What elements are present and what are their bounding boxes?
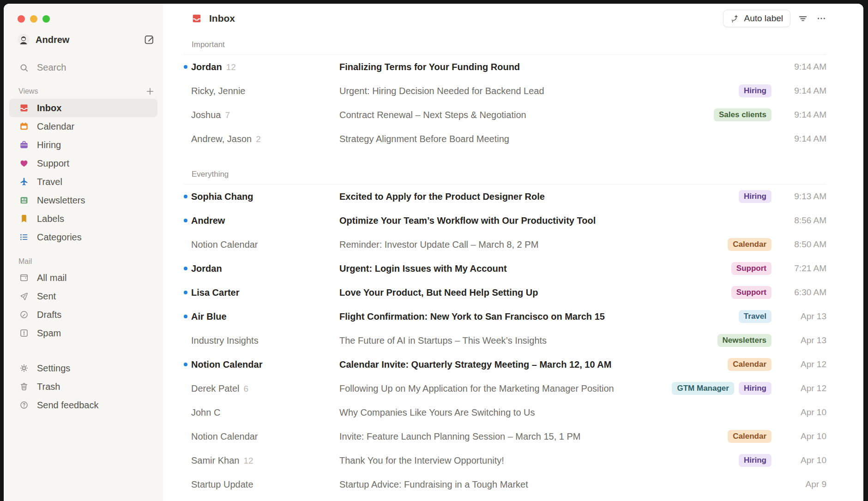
sidebar-item-spam[interactable]: Spam [9, 324, 157, 342]
email-row[interactable]: Jordan12Finalizing Terms for Your Fundin… [184, 55, 826, 79]
email-sender: Lisa Carter [191, 287, 240, 298]
sidebar-item-drafts[interactable]: Drafts [9, 305, 157, 324]
tag-travel[interactable]: Travel [739, 310, 772, 323]
compose-icon[interactable] [144, 34, 155, 45]
email-row[interactable]: Notion CalendarInvite: Feature Launch Pl… [184, 424, 826, 448]
sidebar-item-label: Labels [37, 214, 64, 224]
sidebar-item-support[interactable]: Support [9, 154, 157, 173]
email-sender: Notion Calendar [191, 359, 262, 370]
tag-calendar[interactable]: Calendar [728, 238, 772, 251]
sidebar-item-hiring[interactable]: Hiring [9, 136, 157, 154]
email-sender-cell: Lisa Carter [191, 287, 339, 298]
email-row[interactable]: Samir Khan12Thank You for the Interview … [184, 448, 826, 472]
email-sender: Jordan [191, 62, 222, 72]
email-sender-cell: Sophia Chang [191, 191, 339, 202]
sidebar-item-categories[interactable]: Categories [9, 228, 157, 246]
email-row[interactable]: John CWhy Companies Like Yours Are Switc… [184, 400, 826, 424]
sidebar-item-label: All mail [37, 273, 66, 283]
more-icon[interactable] [816, 13, 827, 24]
email-subject: Following Up on My Application for the M… [339, 383, 672, 394]
email-sender-cell: Derek Patel6 [191, 383, 339, 394]
mail-header: Mail [18, 257, 32, 266]
email-tags: Sales clients [714, 108, 772, 121]
close-button[interactable] [18, 15, 25, 23]
filter-icon[interactable] [798, 13, 809, 24]
sidebar-item-labels[interactable]: Labels [9, 209, 157, 228]
email-row[interactable]: Joshua7Contract Renewal – Next Steps & N… [184, 103, 826, 127]
sidebar-item-travel[interactable]: Travel [9, 173, 157, 191]
sidebar-item-all-mail[interactable]: All mail [9, 268, 157, 287]
email-row[interactable]: JordanUrgent: Login Issues with My Accou… [184, 256, 826, 280]
email-row[interactable]: Ricky, JennieUrgent: Hiring Decision Nee… [184, 79, 826, 103]
settings-icon [19, 364, 29, 373]
auto-label-button[interactable]: Auto label [723, 10, 790, 27]
newsletters-icon [19, 196, 29, 205]
email-sender: Samir Khan [191, 455, 240, 466]
tag-hiring[interactable]: Hiring [739, 382, 772, 395]
email-row[interactable]: Sophia ChangExcited to Apply for the Pro… [184, 185, 826, 209]
unread-dot-column [184, 267, 191, 270]
tag-hiring[interactable]: Hiring [739, 190, 772, 203]
email-time: 9:14 AM [778, 134, 826, 144]
tag-calendar[interactable]: Calendar [728, 358, 772, 371]
email-row[interactable]: Startup UpdateStartup Advice: Fundraisin… [184, 472, 826, 496]
sidebar-item-send-feedback[interactable]: Send feedback [9, 396, 157, 414]
inbox-icon [192, 13, 202, 24]
sidebar-item-sent[interactable]: Sent [9, 287, 157, 305]
tag-support[interactable]: Support [731, 286, 772, 299]
tag-newsletters[interactable]: Newsletters [717, 334, 772, 347]
email-row[interactable]: Andrew, Jason2Strategy Alignment Before … [184, 127, 826, 151]
email-subject: Thank You for the Interview Opportunity! [339, 455, 739, 466]
email-sender: Joshua [191, 110, 221, 120]
add-view-button[interactable] [145, 87, 155, 96]
email-time: Apr 13 [778, 335, 826, 346]
email-tags: Hiring [739, 454, 772, 467]
sidebar-item-label: Send feedback [37, 400, 98, 411]
email-subject: Excited to Apply for the Product Designe… [339, 191, 739, 202]
sidebar-item-label: Calendar [37, 121, 74, 132]
tag-hiring[interactable]: Hiring [739, 454, 772, 467]
sidebar: Andrew Search Views InboxCalendarHiringS… [4, 4, 163, 501]
sidebar-item-inbox[interactable]: Inbox [9, 99, 157, 117]
main-header: Inbox Auto label [163, 4, 863, 33]
sidebar-item-label: Spam [37, 328, 61, 339]
tag-calendar[interactable]: Calendar [728, 430, 772, 443]
minimize-button[interactable] [30, 15, 37, 23]
search-button[interactable]: Search [19, 62, 163, 73]
email-count: 6 [244, 384, 249, 394]
sidebar-item-label: Travel [37, 177, 62, 187]
email-subject: Why Companies Like Yours Are Switching t… [339, 407, 772, 418]
hiring-icon [19, 140, 29, 149]
sent-icon [19, 292, 29, 301]
email-sender-cell: John C [191, 407, 339, 418]
email-time: 8:50 AM [778, 239, 826, 250]
email-time: Apr 10 [778, 431, 826, 441]
email-row[interactable]: Air BlueFlight Confirmation: New York to… [184, 304, 826, 328]
email-subject: Invite: Feature Launch Planning Session … [339, 431, 728, 442]
email-time: Apr 12 [778, 383, 826, 394]
user-name[interactable]: Andrew [36, 35, 69, 45]
zoom-button[interactable] [42, 15, 50, 23]
email-row[interactable]: Car RentalsUpgrade: Rental Details – Pic… [184, 496, 826, 501]
email-row[interactable]: Notion CalendarReminder: Investor Update… [184, 233, 826, 256]
tag-hiring[interactable]: Hiring [739, 84, 772, 97]
tag-support[interactable]: Support [731, 262, 772, 275]
sidebar-item-calendar[interactable]: Calendar [9, 117, 157, 136]
auto-label-label: Auto label [744, 13, 783, 24]
unread-dot [184, 267, 187, 270]
tag-sales-clients[interactable]: Sales clients [714, 108, 772, 121]
email-row[interactable]: Notion CalendarCalendar Invite: Quarterl… [184, 352, 826, 376]
email-row[interactable]: AndrewOptimize Your Team’s Workflow with… [184, 209, 826, 233]
sidebar-item-trash[interactable]: Trash [9, 377, 157, 396]
email-time: 9:14 AM [778, 110, 826, 120]
email-row[interactable]: Lisa CarterLove Your Product, But Need H… [184, 280, 826, 304]
sidebar-item-settings[interactable]: Settings [9, 359, 157, 377]
tag-gtm-manager[interactable]: GTM Manager [672, 382, 734, 395]
sidebar-item-newsletters[interactable]: Newsletters [9, 191, 157, 209]
email-sender: Air Blue [191, 311, 227, 322]
email-row[interactable]: Industry InsightsThe Future of AI in Sta… [184, 328, 826, 352]
email-row[interactable]: Derek Patel6Following Up on My Applicati… [184, 376, 826, 400]
email-subject: Finalizing Terms for Your Funding Round [339, 62, 772, 72]
email-time: 9:13 AM [778, 191, 826, 202]
email-tags: Calendar [728, 358, 772, 371]
